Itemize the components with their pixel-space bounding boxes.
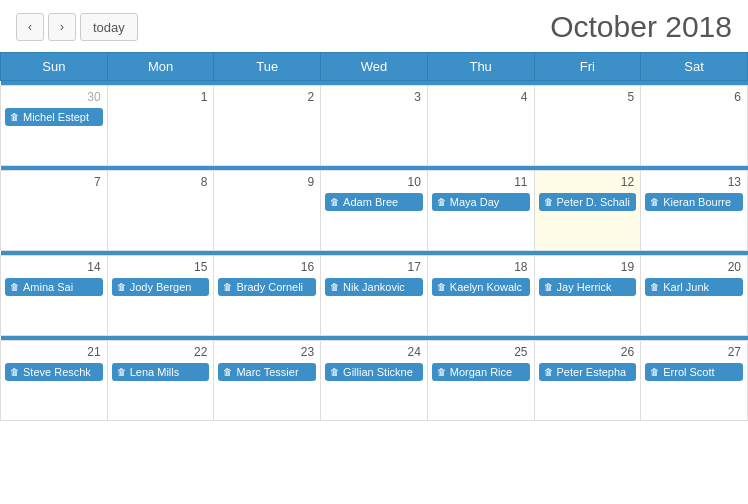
event-name: Karl Junk: [663, 281, 709, 293]
trash-icon: 🗑: [437, 282, 446, 292]
trash-icon: 🗑: [330, 197, 339, 207]
week-row-2: 14🗑Amina Sai15🗑Jody Bergen16🗑Brady Corne…: [1, 256, 748, 336]
day-header-sat: Sat: [641, 53, 748, 81]
day-header-thu: Thu: [427, 53, 534, 81]
month-title: October 2018: [550, 10, 732, 44]
day-number: 24: [325, 343, 423, 363]
event-badge[interactable]: 🗑Kieran Bourre: [645, 193, 743, 211]
day-cell-3-0: 21🗑Steve Reschk: [1, 341, 108, 421]
trash-icon: 🗑: [544, 367, 553, 377]
day-number: 14: [5, 258, 103, 278]
day-cell-1-2: 9: [214, 171, 321, 251]
event-name: Peter Estepha: [557, 366, 627, 378]
trash-icon: 🗑: [330, 367, 339, 377]
day-cell-0-0: 30🗑Michel Estept: [1, 86, 108, 166]
trash-icon: 🗑: [223, 282, 232, 292]
trash-icon: 🗑: [117, 282, 126, 292]
event-badge[interactable]: 🗑Adam Bree: [325, 193, 423, 211]
event-name: Morgan Rice: [450, 366, 512, 378]
day-cell-1-0: 7: [1, 171, 108, 251]
day-cell-2-5: 19🗑Jay Herrick: [534, 256, 641, 336]
day-number: 26: [539, 343, 637, 363]
prev-button[interactable]: ‹: [16, 13, 44, 41]
event-badge[interactable]: 🗑Steve Reschk: [5, 363, 103, 381]
event-name: Jody Bergen: [130, 281, 192, 293]
event-badge[interactable]: 🗑Maya Day: [432, 193, 530, 211]
today-button[interactable]: today: [80, 13, 138, 41]
day-header-wed: Wed: [321, 53, 428, 81]
day-cell-2-6: 20🗑Karl Junk: [641, 256, 748, 336]
event-name: Kieran Bourre: [663, 196, 731, 208]
day-cell-2-1: 15🗑Jody Bergen: [107, 256, 214, 336]
day-number: 19: [539, 258, 637, 278]
day-number: 30: [5, 88, 103, 108]
event-badge[interactable]: 🗑Lena Mills: [112, 363, 210, 381]
event-name: Kaelyn Kowalc: [450, 281, 522, 293]
calendar-header-row: SunMonTueWedThuFriSat: [1, 53, 748, 81]
day-number: 13: [645, 173, 743, 193]
day-cell-0-3: 3: [321, 86, 428, 166]
day-cell-2-0: 14🗑Amina Sai: [1, 256, 108, 336]
event-badge[interactable]: 🗑Amina Sai: [5, 278, 103, 296]
day-number: 23: [218, 343, 316, 363]
event-badge[interactable]: 🗑Errol Scott: [645, 363, 743, 381]
event-badge[interactable]: 🗑Karl Junk: [645, 278, 743, 296]
event-name: Jay Herrick: [557, 281, 612, 293]
event-badge[interactable]: 🗑Michel Estept: [5, 108, 103, 126]
nav-buttons: ‹ › today: [16, 13, 138, 41]
day-number: 12: [539, 173, 637, 193]
event-badge[interactable]: 🗑Jay Herrick: [539, 278, 637, 296]
next-button[interactable]: ›: [48, 13, 76, 41]
day-cell-1-1: 8: [107, 171, 214, 251]
day-cell-3-2: 23🗑Marc Tessier: [214, 341, 321, 421]
event-badge[interactable]: 🗑Peter Estepha: [539, 363, 637, 381]
event-badge[interactable]: 🗑Nik Jankovic: [325, 278, 423, 296]
top-bar: ‹ › today October 2018: [0, 0, 748, 48]
event-badge[interactable]: 🗑Brady Corneli: [218, 278, 316, 296]
day-number: 16: [218, 258, 316, 278]
trash-icon: 🗑: [10, 367, 19, 377]
event-badge[interactable]: 🗑Morgan Rice: [432, 363, 530, 381]
day-number: 22: [112, 343, 210, 363]
event-name: Marc Tessier: [236, 366, 298, 378]
event-badge[interactable]: 🗑Marc Tessier: [218, 363, 316, 381]
trash-icon: 🗑: [544, 197, 553, 207]
calendar: SunMonTueWedThuFriSat 30🗑Michel Estept12…: [0, 52, 748, 421]
day-header-mon: Mon: [107, 53, 214, 81]
day-cell-0-6: 6: [641, 86, 748, 166]
day-cell-3-5: 26🗑Peter Estepha: [534, 341, 641, 421]
event-badge[interactable]: 🗑Peter D. Schali: [539, 193, 637, 211]
trash-icon: 🗑: [10, 112, 19, 122]
day-cell-1-5: 12🗑Peter D. Schali: [534, 171, 641, 251]
trash-icon: 🗑: [330, 282, 339, 292]
day-number: 6: [645, 88, 743, 108]
day-cell-0-4: 4: [427, 86, 534, 166]
trash-icon: 🗑: [650, 197, 659, 207]
day-cell-3-6: 27🗑Errol Scott: [641, 341, 748, 421]
event-badge[interactable]: 🗑Gillian Stickne: [325, 363, 423, 381]
day-cell-1-3: 10🗑Adam Bree: [321, 171, 428, 251]
event-name: Adam Bree: [343, 196, 398, 208]
event-badge[interactable]: 🗑Jody Bergen: [112, 278, 210, 296]
day-number: 15: [112, 258, 210, 278]
week-row-1: 78910🗑Adam Bree11🗑Maya Day12🗑Peter D. Sc…: [1, 171, 748, 251]
event-name: Brady Corneli: [236, 281, 303, 293]
trash-icon: 🗑: [117, 367, 126, 377]
trash-icon: 🗑: [10, 282, 19, 292]
event-badge[interactable]: 🗑Kaelyn Kowalc: [432, 278, 530, 296]
day-number: 27: [645, 343, 743, 363]
event-name: Lena Mills: [130, 366, 180, 378]
day-number: 4: [432, 88, 530, 108]
day-number: 11: [432, 173, 530, 193]
day-number: 25: [432, 343, 530, 363]
trash-icon: 🗑: [437, 367, 446, 377]
day-cell-2-4: 18🗑Kaelyn Kowalc: [427, 256, 534, 336]
event-name: Maya Day: [450, 196, 500, 208]
day-header-sun: Sun: [1, 53, 108, 81]
event-name: Nik Jankovic: [343, 281, 405, 293]
day-cell-1-6: 13🗑Kieran Bourre: [641, 171, 748, 251]
day-number: 20: [645, 258, 743, 278]
trash-icon: 🗑: [650, 367, 659, 377]
event-name: Errol Scott: [663, 366, 714, 378]
day-cell-3-3: 24🗑Gillian Stickne: [321, 341, 428, 421]
